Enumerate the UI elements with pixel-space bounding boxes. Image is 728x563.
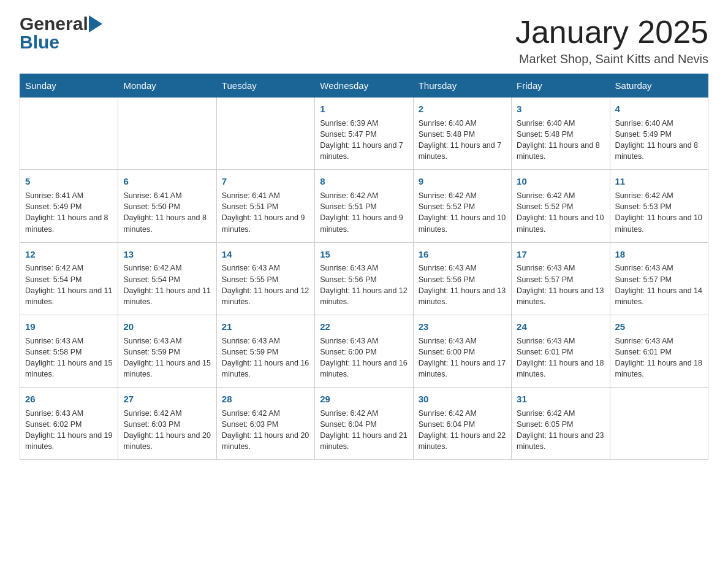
table-row: [20, 98, 118, 170]
day-info: Sunrise: 6:42 AMSunset: 6:03 PMDaylight:…: [222, 408, 309, 453]
day-number: 25: [615, 320, 703, 334]
table-row: 8Sunrise: 6:42 AMSunset: 5:51 PMDaylight…: [315, 170, 413, 242]
day-info: Sunrise: 6:43 AMSunset: 5:56 PMDaylight:…: [320, 262, 408, 307]
table-row: 18Sunrise: 6:43 AMSunset: 5:57 PMDayligh…: [610, 242, 708, 315]
table-row: 11Sunrise: 6:42 AMSunset: 5:53 PMDayligh…: [610, 170, 708, 242]
day-info: Sunrise: 6:43 AMSunset: 5:59 PMDaylight:…: [222, 335, 309, 380]
table-row: 25Sunrise: 6:43 AMSunset: 6:01 PMDayligh…: [610, 315, 708, 387]
table-row: 10Sunrise: 6:42 AMSunset: 5:52 PMDayligh…: [512, 170, 610, 242]
table-row: [610, 388, 708, 460]
table-row: 24Sunrise: 6:43 AMSunset: 6:01 PMDayligh…: [512, 315, 610, 387]
day-number: 23: [419, 320, 506, 334]
day-number: 12: [25, 248, 113, 261]
table-row: 5Sunrise: 6:41 AMSunset: 5:49 PMDaylight…: [20, 170, 118, 242]
day-info: Sunrise: 6:43 AMSunset: 5:56 PMDaylight:…: [419, 262, 506, 307]
table-row: 12Sunrise: 6:42 AMSunset: 5:54 PMDayligh…: [20, 242, 118, 315]
day-number: 29: [320, 393, 408, 406]
col-friday: Friday: [512, 74, 610, 98]
calendar-week-row: 5Sunrise: 6:41 AMSunset: 5:49 PMDaylight…: [20, 170, 708, 242]
day-info: Sunrise: 6:40 AMSunset: 5:48 PMDaylight:…: [419, 118, 506, 163]
table-row: 4Sunrise: 6:40 AMSunset: 5:49 PMDaylight…: [610, 98, 708, 170]
calendar-week-row: 12Sunrise: 6:42 AMSunset: 5:54 PMDayligh…: [20, 242, 708, 315]
day-info: Sunrise: 6:42 AMSunset: 5:54 PMDaylight:…: [25, 262, 113, 307]
table-row: 2Sunrise: 6:40 AMSunset: 5:48 PMDaylight…: [413, 98, 511, 170]
day-number: 17: [517, 248, 604, 261]
day-info: Sunrise: 6:43 AMSunset: 5:57 PMDaylight:…: [517, 262, 604, 307]
calendar-table: Sunday Monday Tuesday Wednesday Thursday…: [20, 74, 708, 460]
calendar-header-row: Sunday Monday Tuesday Wednesday Thursday…: [20, 74, 708, 98]
table-row: 16Sunrise: 6:43 AMSunset: 5:56 PMDayligh…: [413, 242, 511, 315]
day-number: 7: [222, 175, 309, 188]
day-info: Sunrise: 6:39 AMSunset: 5:47 PMDaylight:…: [320, 118, 408, 163]
table-row: 9Sunrise: 6:42 AMSunset: 5:52 PMDaylight…: [413, 170, 511, 242]
day-number: 21: [222, 320, 309, 334]
day-number: 27: [123, 393, 211, 406]
location-title: Market Shop, Saint Kitts and Nevis: [515, 52, 708, 66]
day-number: 30: [419, 393, 506, 406]
day-info: Sunrise: 6:42 AMSunset: 5:54 PMDaylight:…: [123, 262, 211, 307]
day-number: 22: [320, 320, 408, 334]
day-info: Sunrise: 6:40 AMSunset: 5:49 PMDaylight:…: [615, 118, 703, 163]
table-row: [118, 98, 216, 170]
logo-text-blue: Blue: [20, 32, 59, 52]
day-number: 8: [320, 175, 408, 188]
table-row: 3Sunrise: 6:40 AMSunset: 5:48 PMDaylight…: [512, 98, 610, 170]
day-info: Sunrise: 6:43 AMSunset: 6:01 PMDaylight:…: [517, 335, 604, 380]
day-info: Sunrise: 6:42 AMSunset: 5:52 PMDaylight:…: [517, 190, 604, 235]
day-number: 5: [25, 175, 113, 188]
day-number: 6: [123, 175, 211, 188]
day-info: Sunrise: 6:41 AMSunset: 5:51 PMDaylight:…: [222, 190, 309, 235]
table-row: 31Sunrise: 6:42 AMSunset: 6:05 PMDayligh…: [512, 388, 610, 460]
table-row: 15Sunrise: 6:43 AMSunset: 5:56 PMDayligh…: [315, 242, 413, 315]
day-number: 9: [419, 175, 506, 188]
table-row: 29Sunrise: 6:42 AMSunset: 6:04 PMDayligh…: [315, 388, 413, 460]
day-info: Sunrise: 6:42 AMSunset: 6:03 PMDaylight:…: [123, 408, 211, 453]
day-info: Sunrise: 6:43 AMSunset: 5:58 PMDaylight:…: [25, 335, 113, 380]
day-info: Sunrise: 6:42 AMSunset: 6:04 PMDaylight:…: [320, 408, 408, 453]
day-number: 31: [517, 393, 604, 406]
day-info: Sunrise: 6:43 AMSunset: 6:00 PMDaylight:…: [419, 335, 506, 380]
calendar-week-row: 1Sunrise: 6:39 AMSunset: 5:47 PMDaylight…: [20, 98, 708, 170]
day-number: 11: [615, 175, 703, 188]
table-row: 13Sunrise: 6:42 AMSunset: 5:54 PMDayligh…: [118, 242, 216, 315]
day-info: Sunrise: 6:42 AMSunset: 6:04 PMDaylight:…: [419, 408, 506, 453]
day-info: Sunrise: 6:42 AMSunset: 6:05 PMDaylight:…: [517, 408, 604, 453]
page-header: General Blue January 2025 Market Shop, S…: [20, 15, 708, 66]
day-info: Sunrise: 6:43 AMSunset: 5:57 PMDaylight:…: [615, 262, 703, 307]
day-number: 15: [320, 248, 408, 261]
day-number: 19: [25, 320, 113, 334]
day-number: 26: [25, 393, 113, 406]
table-row: 23Sunrise: 6:43 AMSunset: 6:00 PMDayligh…: [413, 315, 511, 387]
table-row: 20Sunrise: 6:43 AMSunset: 5:59 PMDayligh…: [118, 315, 216, 387]
day-info: Sunrise: 6:42 AMSunset: 5:51 PMDaylight:…: [320, 190, 408, 235]
logo-triangle-icon: [89, 15, 102, 33]
day-info: Sunrise: 6:43 AMSunset: 5:55 PMDaylight:…: [222, 262, 309, 307]
day-info: Sunrise: 6:43 AMSunset: 6:00 PMDaylight:…: [320, 335, 408, 380]
table-row: 6Sunrise: 6:41 AMSunset: 5:50 PMDaylight…: [118, 170, 216, 242]
calendar-week-row: 26Sunrise: 6:43 AMSunset: 6:02 PMDayligh…: [20, 388, 708, 460]
table-row: [216, 98, 314, 170]
day-info: Sunrise: 6:43 AMSunset: 5:59 PMDaylight:…: [123, 335, 211, 380]
table-row: 28Sunrise: 6:42 AMSunset: 6:03 PMDayligh…: [216, 388, 314, 460]
col-thursday: Thursday: [413, 74, 511, 98]
day-number: 13: [123, 248, 211, 261]
day-number: 16: [419, 248, 506, 261]
table-row: 17Sunrise: 6:43 AMSunset: 5:57 PMDayligh…: [512, 242, 610, 315]
logo-text-general: General: [20, 15, 88, 33]
day-number: 3: [517, 102, 604, 116]
col-sunday: Sunday: [20, 74, 118, 98]
day-number: 1: [320, 102, 408, 116]
table-row: 22Sunrise: 6:43 AMSunset: 6:00 PMDayligh…: [315, 315, 413, 387]
day-number: 14: [222, 248, 309, 261]
day-number: 28: [222, 393, 309, 406]
day-info: Sunrise: 6:43 AMSunset: 6:01 PMDaylight:…: [615, 335, 703, 380]
table-row: 26Sunrise: 6:43 AMSunset: 6:02 PMDayligh…: [20, 388, 118, 460]
calendar-week-row: 19Sunrise: 6:43 AMSunset: 5:58 PMDayligh…: [20, 315, 708, 387]
day-info: Sunrise: 6:42 AMSunset: 5:52 PMDaylight:…: [419, 190, 506, 235]
day-number: 4: [615, 102, 703, 116]
day-number: 10: [517, 175, 604, 188]
month-title: January 2025: [515, 15, 708, 50]
table-row: 30Sunrise: 6:42 AMSunset: 6:04 PMDayligh…: [413, 388, 511, 460]
day-info: Sunrise: 6:42 AMSunset: 5:53 PMDaylight:…: [615, 190, 703, 235]
col-tuesday: Tuesday: [216, 74, 314, 98]
